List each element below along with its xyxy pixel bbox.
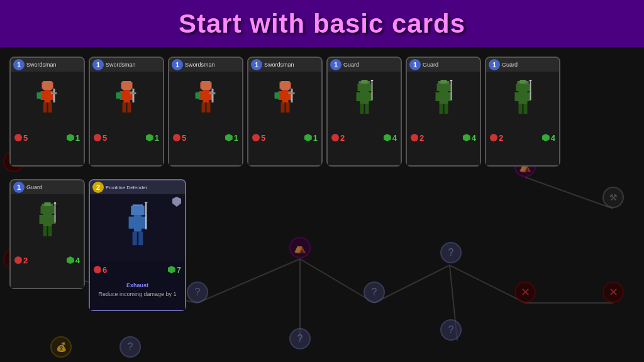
card-stats: 5 1: [90, 129, 163, 146]
svg-rect-77: [530, 81, 531, 100]
card-stats: 2 4: [11, 251, 84, 269]
svg-rect-47: [288, 92, 294, 94]
defense-value: 7: [177, 265, 181, 275]
card-name: Frontline Defender: [106, 185, 147, 190]
svg-rect-61: [440, 80, 447, 84]
card-art: [11, 72, 84, 129]
card-swordsman-1[interactable]: 1 Swordsman: [9, 57, 85, 167]
svg-rect-38: [195, 92, 200, 99]
defense-value: 1: [75, 133, 80, 143]
attack-value: 5: [103, 133, 107, 143]
card-art: [407, 72, 480, 129]
defense-value: 4: [472, 133, 476, 143]
svg-rect-44: [280, 102, 284, 112]
svg-rect-82: [43, 214, 52, 226]
card-art: [248, 72, 321, 129]
svg-rect-81: [44, 202, 50, 206]
card-guard-4[interactable]: 1 Guard: [9, 179, 85, 289]
card-guard-3[interactable]: 1 Guard: [485, 57, 560, 167]
card-header: 1 Guard: [328, 58, 401, 72]
page-title: Start with basic cards: [179, 9, 465, 39]
cost-badge: 1: [330, 59, 341, 70]
svg-rect-63: [435, 92, 440, 101]
attack-value: 5: [261, 133, 265, 143]
card-guard-2[interactable]: 1 Guard: [406, 57, 481, 167]
card-swordsman-4[interactable]: 1 Swordsman: [247, 57, 323, 167]
card-swordsman-3[interactable]: 1 Swordsman: [168, 57, 243, 167]
card-name: Swordsman: [106, 62, 136, 68]
attack-icon: [14, 134, 22, 141]
svg-rect-10: [42, 82, 53, 89]
svg-rect-56: [365, 104, 369, 114]
svg-rect-87: [54, 204, 55, 222]
attack-icon: [173, 134, 180, 141]
card-swordsman-2[interactable]: 1 Swordsman: [89, 57, 164, 167]
card-description: [90, 146, 163, 165]
cost-badge: 1: [489, 59, 500, 70]
svg-rect-96: [145, 203, 147, 229]
svg-rect-83: [39, 215, 44, 224]
card-desc-text: Reduce incoming damage by 1: [92, 290, 182, 299]
card-header: 1 Guard: [486, 58, 559, 72]
svg-rect-25: [127, 102, 131, 112]
svg-rect-27: [130, 92, 136, 94]
attack-icon: [411, 134, 418, 141]
card-description: [248, 146, 321, 165]
svg-rect-35: [206, 102, 210, 112]
svg-rect-30: [200, 82, 211, 89]
svg-rect-90: [131, 206, 145, 215]
card-art: [169, 72, 242, 129]
cost-badge: 1: [92, 59, 104, 70]
svg-marker-88: [53, 202, 56, 204]
svg-rect-51: [361, 80, 367, 84]
card-header: 1 Swordsman: [248, 58, 321, 72]
card-stats: 5 1: [169, 129, 242, 146]
defense-icon: [146, 134, 153, 141]
card-description: [11, 269, 84, 288]
card-name: Guard: [343, 62, 359, 68]
svg-rect-76: [523, 104, 527, 114]
cost-badge: 1: [251, 59, 262, 70]
svg-rect-45: [286, 102, 289, 112]
card-art: [90, 72, 163, 129]
svg-rect-66: [444, 104, 448, 114]
svg-rect-40: [279, 82, 291, 89]
svg-rect-36: [211, 89, 213, 102]
svg-rect-26: [132, 89, 134, 102]
svg-rect-85: [43, 226, 47, 236]
defense-value: 4: [75, 256, 80, 265]
svg-rect-20: [121, 82, 132, 89]
attack-icon: [252, 134, 260, 141]
defense-value: 1: [313, 133, 318, 143]
defense-stat: 1: [67, 133, 80, 143]
card-stats: 2 4: [486, 129, 559, 146]
svg-marker-58: [370, 80, 373, 81]
defense-value: 4: [551, 133, 555, 143]
cost-badge: 1: [172, 59, 183, 70]
svg-marker-97: [144, 202, 147, 203]
defense-value: 1: [234, 133, 238, 143]
card-guard-1[interactable]: 1 Guard: [326, 57, 402, 167]
defense-icon: [384, 134, 391, 141]
svg-rect-16: [53, 89, 55, 102]
card-name: Swordsman: [185, 62, 215, 68]
card-stats: 2 4: [328, 129, 401, 146]
main-area: ✕ ✕ ? ⛺ ? ? ? ✕ ✕: [0, 47, 644, 362]
card-description: [407, 146, 480, 165]
defense-icon: [225, 134, 233, 141]
svg-rect-48: [274, 92, 279, 99]
svg-rect-73: [514, 92, 519, 101]
defense-value: 4: [392, 133, 397, 143]
svg-rect-37: [209, 92, 215, 94]
card-name: Swordsman: [264, 62, 294, 68]
svg-rect-53: [356, 92, 361, 101]
card-name: Guard: [26, 184, 42, 190]
attack-icon: [490, 134, 497, 141]
card-art: [486, 72, 559, 129]
defense-icon: [542, 134, 550, 141]
defense-icon: [67, 256, 74, 264]
card-frontline-defender[interactable]: 2 Frontline Defender: [89, 179, 186, 311]
card-stats: 5 1: [11, 129, 84, 146]
attack-value: 5: [23, 133, 28, 143]
card-name: Guard: [502, 62, 518, 68]
